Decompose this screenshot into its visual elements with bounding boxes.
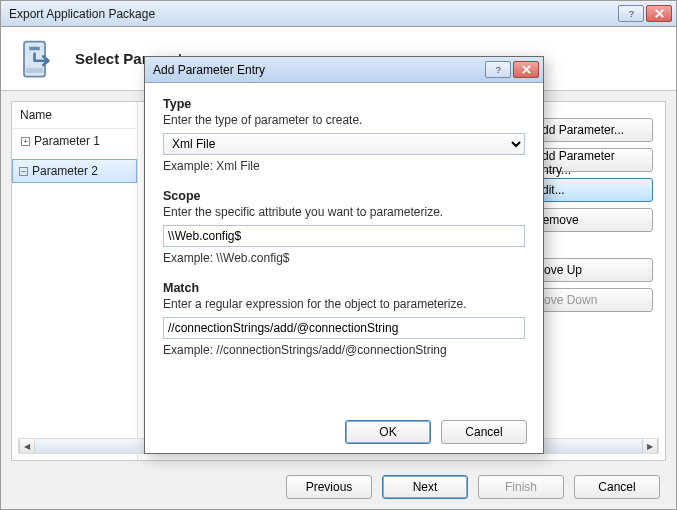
finish-button[interactable]: Finish — [478, 475, 564, 499]
tree-item-parameter-1[interactable]: + Parameter 1 — [12, 129, 137, 153]
wizard-footer: Previous Next Finish Cancel — [1, 465, 676, 509]
ok-button[interactable]: OK — [345, 420, 431, 444]
move-down-button[interactable]: Move Down — [525, 288, 653, 312]
scope-label: Scope — [163, 189, 525, 203]
collapse-icon[interactable]: − — [19, 167, 28, 176]
type-label: Type — [163, 97, 525, 111]
command-column: Add Parameter... Add Parameter Entry... … — [525, 118, 653, 312]
parameter-tree: Name + Parameter 1 − Parameter 2 — [12, 102, 138, 460]
scope-group: Scope Enter the specific attribute you w… — [163, 189, 525, 265]
svg-rect-5 — [26, 67, 44, 72]
type-example: Example: Xml File — [163, 159, 525, 173]
dialog-footer: OK Cancel — [145, 411, 543, 453]
scroll-right-icon[interactable]: ▶ — [642, 439, 658, 453]
expand-icon[interactable]: + — [21, 137, 30, 146]
tree-item-label: Parameter 2 — [32, 164, 98, 178]
scope-desc: Enter the specific attribute you want to… — [163, 205, 525, 219]
dialog-cancel-button[interactable]: Cancel — [441, 420, 527, 444]
remove-button[interactable]: Remove — [525, 208, 653, 232]
svg-text:?: ? — [495, 65, 500, 75]
edit-button[interactable]: Edit... — [525, 178, 653, 202]
package-icon — [17, 38, 59, 80]
type-desc: Enter the type of parameter to create. — [163, 113, 525, 127]
type-select[interactable]: Xml File — [163, 133, 525, 155]
close-icon[interactable] — [646, 5, 672, 22]
dialog-body: Type Enter the type of parameter to crea… — [145, 83, 543, 411]
add-parameter-entry-dialog: Add Parameter Entry ? Type Enter the typ… — [144, 56, 544, 454]
help-icon[interactable]: ? — [485, 61, 511, 78]
cancel-button[interactable]: Cancel — [574, 475, 660, 499]
dialog-title: Add Parameter Entry — [153, 63, 265, 77]
match-group: Match Enter a regular expression for the… — [163, 281, 525, 357]
match-input[interactable] — [163, 317, 525, 339]
wizard-titlebar: Export Application Package ? — [1, 1, 676, 27]
next-button[interactable]: Next — [382, 475, 468, 499]
add-parameter-button[interactable]: Add Parameter... — [525, 118, 653, 142]
match-label: Match — [163, 281, 525, 295]
tree-header-name: Name — [12, 102, 137, 129]
match-desc: Enter a regular expression for the objec… — [163, 297, 525, 311]
scope-example: Example: \\Web.config$ — [163, 251, 525, 265]
wizard-title: Export Application Package — [9, 7, 155, 21]
tree-item-parameter-2[interactable]: − Parameter 2 — [12, 159, 137, 183]
close-icon[interactable] — [513, 61, 539, 78]
scope-input[interactable] — [163, 225, 525, 247]
tree-item-label: Parameter 1 — [34, 134, 100, 148]
move-up-button[interactable]: Move Up — [525, 258, 653, 282]
scroll-left-icon[interactable]: ◀ — [19, 439, 35, 453]
dialog-titlebar: Add Parameter Entry ? — [145, 57, 543, 83]
type-group: Type Enter the type of parameter to crea… — [163, 97, 525, 173]
help-icon[interactable]: ? — [618, 5, 644, 22]
add-parameter-entry-button[interactable]: Add Parameter Entry... — [525, 148, 653, 172]
svg-rect-4 — [29, 46, 40, 50]
svg-text:?: ? — [628, 9, 633, 19]
match-example: Example: //connectionStrings/add/@connec… — [163, 343, 525, 357]
previous-button[interactable]: Previous — [286, 475, 372, 499]
